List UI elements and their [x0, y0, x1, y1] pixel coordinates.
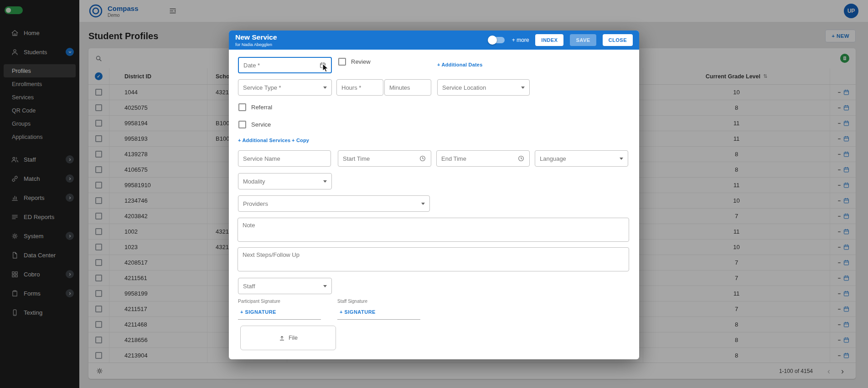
new-service-modal: New Service for Nadia Abegglen + more IN… — [229, 31, 639, 359]
next-steps-textarea[interactable]: Next Steps/Follow Up — [238, 247, 629, 271]
language-select[interactable]: Language — [535, 150, 628, 167]
mouse-cursor — [322, 63, 330, 73]
close-button[interactable]: CLOSE — [603, 34, 633, 46]
minutes-input[interactable]: Minutes — [384, 79, 431, 96]
referral-checkbox[interactable]: Referral — [238, 103, 272, 111]
index-button[interactable]: INDEX — [535, 34, 563, 46]
participant-signature-label: Participant Signature — [238, 299, 280, 304]
hours-input[interactable]: Hours * — [336, 79, 383, 96]
participant-signature-line — [238, 319, 321, 320]
chevron-down-icon — [323, 285, 327, 287]
chevron-down-icon — [521, 87, 525, 89]
chevron-down-icon — [421, 203, 425, 205]
clock-icon[interactable] — [517, 155, 525, 162]
chevron-down-icon — [323, 87, 327, 89]
more-label: + more — [512, 37, 529, 43]
participant-signature-button[interactable]: + SIGNATURE — [240, 309, 276, 315]
date-input[interactable]: Date * — [238, 57, 332, 73]
staff-select[interactable]: Staff — [238, 278, 332, 294]
additional-dates-link[interactable]: + Additional Dates — [437, 62, 482, 67]
copy-link[interactable]: + Copy — [292, 138, 309, 143]
service-checkbox[interactable]: Service — [238, 121, 271, 128]
save-button[interactable]: SAVE — [570, 34, 596, 46]
providers-select[interactable]: Providers — [238, 195, 430, 212]
additional-services-link[interactable]: + Additional Services — [238, 138, 290, 143]
chevron-down-icon — [620, 158, 623, 160]
upload-icon — [279, 335, 285, 342]
modal-title: New Service — [235, 33, 277, 41]
service-location-select[interactable]: Service Location — [437, 79, 530, 96]
note-textarea[interactable]: Note — [238, 218, 629, 242]
service-name-input[interactable]: Service Name — [238, 150, 331, 167]
staff-signature-label: Staff Signature — [337, 299, 367, 304]
clock-icon[interactable] — [419, 155, 426, 162]
modal-subtitle: for Nadia Abegglen — [235, 42, 277, 47]
file-upload[interactable]: File — [240, 326, 336, 350]
more-toggle-switch[interactable] — [489, 37, 505, 43]
modal-header: New Service for Nadia Abegglen + more IN… — [229, 31, 639, 50]
service-type-select[interactable]: Service Type * — [238, 79, 332, 96]
modality-select[interactable]: Modality — [238, 173, 332, 189]
review-checkbox[interactable]: Review — [338, 58, 371, 66]
start-time-input[interactable]: Start Time — [338, 150, 431, 167]
staff-signature-button[interactable]: + SIGNATURE — [340, 309, 376, 315]
end-time-input[interactable]: End Time — [436, 150, 530, 167]
chevron-down-icon — [323, 180, 327, 183]
staff-signature-line — [337, 319, 420, 320]
